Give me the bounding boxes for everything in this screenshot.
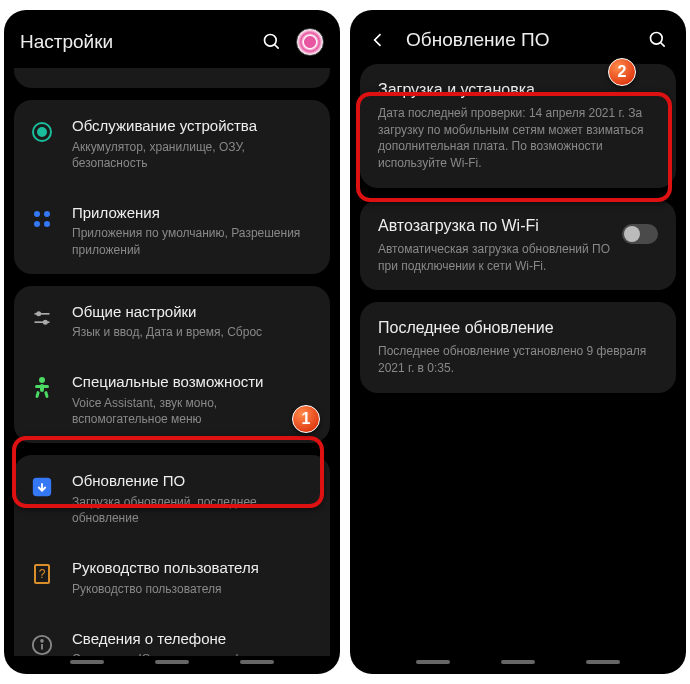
- item-sub: Последнее обновление установлено 9 февра…: [378, 343, 658, 377]
- item-software-update[interactable]: Обновление ПО Загрузка обновлений, после…: [14, 455, 330, 542]
- apps-icon: [28, 205, 56, 233]
- header: Обновление ПО: [350, 10, 686, 64]
- item-title: Обновление ПО: [72, 471, 316, 491]
- svg-point-23: [651, 33, 663, 45]
- settings-screen: Настройки Обслуживание устройства Аккуму…: [4, 10, 340, 674]
- svg-point-0: [265, 35, 277, 47]
- accessibility-icon: [28, 374, 56, 402]
- software-update-screen: Обновление ПО Загрузка и установка Дата …: [350, 10, 686, 674]
- nav-recent[interactable]: [70, 660, 104, 664]
- item-auto-wifi[interactable]: Автозагрузка по Wi-Fi Автоматическая заг…: [360, 200, 676, 290]
- nav-back[interactable]: [586, 660, 620, 664]
- callout-badge-2: 2: [608, 58, 636, 86]
- item-sub: Аккумулятор, хранилище, ОЗУ, безопасност…: [72, 139, 316, 171]
- search-icon[interactable]: [260, 30, 284, 54]
- svg-point-7: [44, 221, 50, 227]
- prev-group-peek: [14, 68, 330, 88]
- item-sub: Руководство пользователя: [72, 581, 316, 597]
- item-accessibility[interactable]: Специальные возможности Voice Assistant,…: [14, 356, 330, 443]
- navbar: [4, 656, 340, 674]
- back-icon[interactable]: [366, 28, 390, 52]
- navbar: [350, 656, 686, 674]
- svg-point-9: [37, 312, 40, 315]
- nav-back[interactable]: [240, 660, 274, 664]
- svg-rect-14: [35, 385, 49, 388]
- svg-rect-15: [35, 391, 40, 399]
- item-sub: Приложения по умолчанию, Разрешения прил…: [72, 225, 316, 257]
- nav-home[interactable]: [155, 660, 189, 664]
- item-title: Руководство пользователя: [72, 558, 316, 578]
- item-general[interactable]: Общие настройки Язык и ввод, Дата и врем…: [14, 286, 330, 357]
- item-last-update[interactable]: Последнее обновление Последнее обновлени…: [360, 302, 676, 392]
- callout-badge-1: 1: [292, 405, 320, 433]
- svg-point-11: [44, 320, 47, 323]
- sliders-icon: [28, 304, 56, 332]
- auto-wifi-toggle[interactable]: [622, 224, 658, 244]
- item-sub: Загрузка обновлений, последнее обновлени…: [72, 494, 316, 526]
- item-title: Сведения о телефоне: [72, 629, 316, 649]
- item-sub: Язык и ввод, Дата и время, Сброс: [72, 324, 316, 340]
- svg-point-6: [34, 221, 40, 227]
- book-icon: ?: [28, 560, 56, 588]
- settings-list[interactable]: Обслуживание устройства Аккумулятор, хра…: [4, 68, 340, 656]
- item-about-phone[interactable]: Сведения о телефоне Состояние, Юридическ…: [14, 613, 330, 656]
- item-title: Общие настройки: [72, 302, 316, 322]
- svg-line-24: [661, 43, 665, 47]
- item-sub: Автоматическая загрузка обновлений ПО пр…: [378, 241, 612, 275]
- page-title: Настройки: [20, 31, 248, 53]
- nav-home[interactable]: [501, 660, 535, 664]
- header: Настройки: [4, 10, 340, 68]
- item-sub: Состояние, Юридическая информация, Имя т…: [72, 651, 316, 656]
- svg-point-4: [34, 211, 40, 217]
- svg-line-1: [275, 45, 279, 49]
- svg-point-5: [44, 211, 50, 217]
- svg-text:?: ?: [39, 567, 46, 581]
- svg-point-22: [41, 640, 43, 642]
- search-icon[interactable]: [646, 28, 670, 52]
- item-title: Автозагрузка по Wi-Fi: [378, 216, 612, 237]
- svg-point-3: [38, 128, 46, 136]
- item-apps[interactable]: Приложения Приложения по умолчанию, Разр…: [14, 187, 330, 274]
- nav-recent[interactable]: [416, 660, 450, 664]
- page-title: Обновление ПО: [406, 29, 634, 51]
- item-title: Специальные возможности: [72, 372, 316, 392]
- item-device-care[interactable]: Обслуживание устройства Аккумулятор, хра…: [14, 100, 330, 187]
- svg-point-12: [39, 377, 45, 383]
- item-sub: Дата последней проверки: 14 апреля 2021 …: [378, 105, 658, 172]
- item-sub: Voice Assistant, звук моно, вспомогатель…: [72, 395, 316, 427]
- info-icon: [28, 631, 56, 656]
- update-list[interactable]: Загрузка и установка Дата последней пров…: [350, 64, 686, 656]
- avatar[interactable]: [296, 28, 324, 56]
- device-care-icon: [28, 118, 56, 146]
- software-update-icon: [28, 473, 56, 501]
- item-title: Приложения: [72, 203, 316, 223]
- item-title: Последнее обновление: [378, 318, 658, 339]
- item-user-manual[interactable]: ? Руководство пользователя Руководство п…: [14, 542, 330, 613]
- svg-rect-16: [44, 391, 49, 399]
- item-title: Обслуживание устройства: [72, 116, 316, 136]
